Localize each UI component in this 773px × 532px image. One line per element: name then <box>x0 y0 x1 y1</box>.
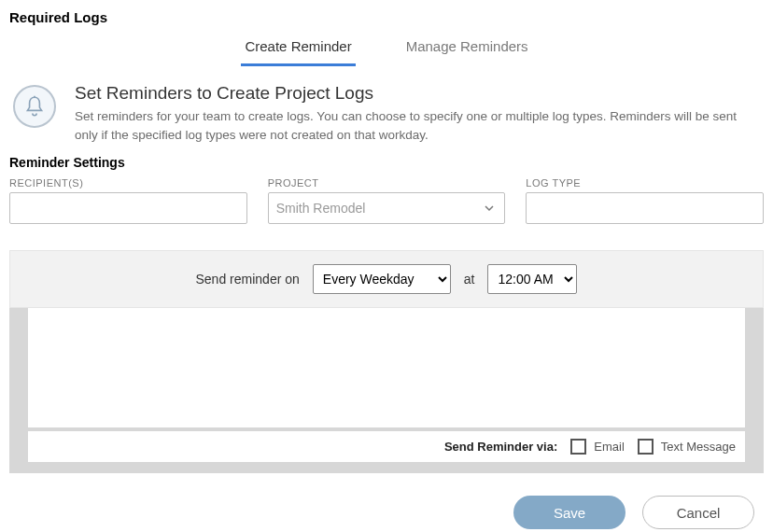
reminder-settings-title: Reminder Settings <box>0 151 773 177</box>
bell-icon-wrap <box>11 83 58 144</box>
tab-manage-reminders[interactable]: Manage Reminders <box>402 33 532 66</box>
tabs: Create Reminder Manage Reminders <box>0 33 773 66</box>
footer-buttons: Save Cancel <box>0 473 773 529</box>
bell-icon <box>13 85 56 128</box>
schedule-bar: Send reminder on Every Weekday at 12:00 … <box>9 250 764 308</box>
schedule-at: at <box>464 272 475 287</box>
send-via-row: Send Reminder via: Email Text Message <box>28 431 745 462</box>
text-checkbox[interactable] <box>638 439 654 455</box>
recipients-label: RECIPIENT(S) <box>9 177 247 189</box>
message-box: Send Reminder via: Email Text Message <box>9 308 764 473</box>
logtype-label: LOG TYPE <box>526 177 764 189</box>
intro-heading: Set Reminders to Create Project Logs <box>75 83 747 104</box>
tab-create-reminder[interactable]: Create Reminder <box>241 33 355 66</box>
intro-body: Set reminders for your team to create lo… <box>75 107 747 144</box>
email-checkbox[interactable] <box>570 439 586 455</box>
send-via-label: Send Reminder via: <box>444 440 557 454</box>
schedule-prefix: Send reminder on <box>196 272 300 287</box>
intro-section: Set Reminders to Create Project Logs Set… <box>0 66 773 151</box>
logtype-input[interactable] <box>526 192 764 224</box>
frequency-select[interactable]: Every Weekday <box>313 264 451 294</box>
time-select[interactable]: 12:00 AM <box>487 264 577 294</box>
email-option-label: Email <box>594 440 625 454</box>
text-option-label: Text Message <box>661 440 736 454</box>
field-project: PROJECT Smith Remodel <box>268 177 506 224</box>
field-recipients: RECIPIENT(S) <box>9 177 247 224</box>
field-logtype: LOG TYPE <box>526 177 764 224</box>
cancel-button[interactable]: Cancel <box>642 496 754 529</box>
project-label: PROJECT <box>268 177 506 189</box>
intro-text: Set Reminders to Create Project Logs Set… <box>75 83 747 144</box>
recipients-input[interactable] <box>9 192 247 224</box>
project-select[interactable]: Smith Remodel <box>268 192 506 224</box>
save-button[interactable]: Save <box>513 496 625 529</box>
fields-row: RECIPIENT(S) PROJECT Smith Remodel LOG T… <box>0 177 773 224</box>
message-textarea[interactable] <box>28 308 745 427</box>
page-title: Required Logs <box>0 0 773 31</box>
